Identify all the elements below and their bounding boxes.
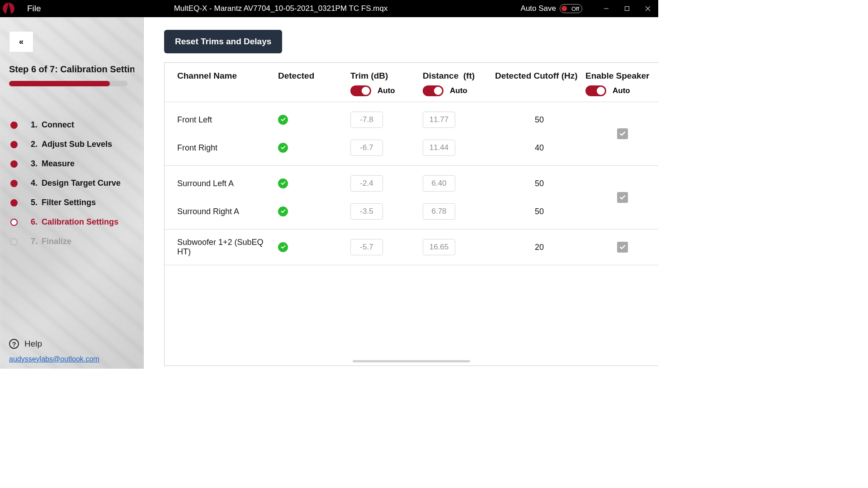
trim-input[interactable]: -5.7 <box>350 239 383 255</box>
cutoff-value: 40 <box>495 143 585 153</box>
trim-input[interactable]: -6.7 <box>350 140 383 156</box>
enable-speaker-checkbox[interactable] <box>617 242 628 253</box>
step-finalize[interactable]: 7. Finalize <box>9 232 134 251</box>
reset-trims-delays-button[interactable]: Reset Trims and Delays <box>164 30 282 53</box>
step-calibration-settings[interactable]: 6. Calibration Settings <box>9 212 134 232</box>
trim-input[interactable]: -2.4 <box>350 175 383 192</box>
step-filter-settings[interactable]: 5. Filter Settings <box>9 193 134 212</box>
detected-cell <box>278 242 350 253</box>
trim-cell: -3.5 <box>350 203 423 220</box>
step-label: Design Target Curve <box>42 178 121 188</box>
distance-cell: 6.40 <box>423 175 495 192</box>
step-label: Calibration Settings <box>42 217 118 227</box>
window-maximize-button[interactable] <box>617 0 637 17</box>
distance-auto-label: Auto <box>450 86 467 95</box>
step-label: Adjust Sub Levels <box>42 140 112 149</box>
enable-checkbox-holder <box>617 128 628 139</box>
window-title: MultEQ-X - Marantz AV7704_10-05-2021_032… <box>41 4 521 13</box>
step-measure[interactable]: 3. Measure <box>9 154 134 174</box>
distance-input[interactable]: 11.44 <box>423 140 455 156</box>
channel-group: Subwoofer 1+2 (SubEQ HT)-5.716.6520 <box>165 230 658 265</box>
table-row: Front Left-7.811.7750 <box>177 106 653 134</box>
trim-cell: -5.7 <box>350 239 423 255</box>
help-icon: ? <box>9 339 19 349</box>
distance-input[interactable]: 11.77 <box>423 112 455 128</box>
cutoff-value: 50 <box>495 207 585 216</box>
step-label: Finalize <box>42 237 71 246</box>
detected-cell <box>278 178 350 189</box>
detected-check-icon <box>278 242 288 252</box>
trim-cell: -6.7 <box>350 140 423 156</box>
step-header: Step 6 of 7: Calibration Settings <box>9 64 134 75</box>
support-email-link[interactable]: audysseylabs@outlook.com <box>9 355 134 363</box>
enable-auto-label: Auto <box>613 86 630 95</box>
header-channel-name: Channel Name <box>177 71 278 96</box>
autosave-group: Auto Save Off <box>521 4 582 13</box>
enable-speaker-checkbox[interactable] <box>617 128 628 139</box>
detected-check-icon <box>278 115 288 125</box>
detected-check-icon <box>278 206 288 216</box>
distance-cell: 16.65 <box>423 239 495 255</box>
table-row: Subwoofer 1+2 (SubEQ HT)-5.716.6520 <box>177 233 653 261</box>
trim-input[interactable]: -3.5 <box>350 203 383 220</box>
trim-input[interactable]: -7.8 <box>350 112 383 128</box>
channel-name: Subwoofer 1+2 (SubEQ HT) <box>177 238 278 257</box>
trim-cell: -2.4 <box>350 175 423 192</box>
window-close-button[interactable] <box>637 0 658 17</box>
distance-input[interactable]: 6.78 <box>423 203 455 220</box>
table-header-row: Channel Name Detected Trim (dB) Auto Dis… <box>165 63 658 102</box>
detected-check-icon <box>278 178 288 188</box>
distance-cell: 11.44 <box>423 140 495 156</box>
detected-cell <box>278 206 350 217</box>
step-design-target-curve[interactable]: 4. Design Target Curve <box>9 174 134 193</box>
horizontal-scrollbar[interactable] <box>353 360 470 362</box>
header-detected: Detected <box>278 71 350 96</box>
step-adjust-sub-levels[interactable]: 2. Adjust Sub Levels <box>9 135 134 154</box>
autosave-label: Auto Save <box>521 4 556 13</box>
progress-bar <box>9 81 127 86</box>
channel-group: Front Left-7.811.7750Front Right-6.711.4… <box>165 102 658 166</box>
cutoff-value: 50 <box>495 115 585 125</box>
titlebar: File MultEQ-X - Marantz AV7704_10-05-202… <box>0 0 658 17</box>
collapse-sidebar-button[interactable]: « <box>9 32 33 52</box>
main-panel: Reset Trims and Delays Channel Name Dete… <box>144 17 658 369</box>
step-label: Measure <box>42 159 75 169</box>
trim-auto-label: Auto <box>377 86 395 95</box>
autosave-state: Off <box>571 5 579 12</box>
file-menu[interactable]: File <box>27 4 41 14</box>
channel-group: Surround Left A-2.46.4050Surround Right … <box>165 166 658 230</box>
distance-input[interactable]: 6.40 <box>423 175 455 192</box>
sidebar: « Step 6 of 7: Calibration Settings 1. C… <box>0 17 144 369</box>
detected-cell <box>278 115 350 125</box>
header-distance: Distance (ft) <box>423 71 495 81</box>
distance-cell: 11.77 <box>423 112 495 128</box>
enable-checkbox-holder <box>617 192 628 203</box>
channel-name: Front Right <box>177 143 278 153</box>
chevron-left-double-icon: « <box>19 37 24 47</box>
channel-name: Surround Right A <box>177 207 278 216</box>
trim-auto-toggle[interactable] <box>350 85 371 96</box>
header-enable-speaker: Enable Speaker <box>585 71 653 81</box>
table-row: Front Right-6.711.4440 <box>177 134 653 162</box>
enable-checkbox-holder <box>617 242 628 253</box>
distance-input[interactable]: 16.65 <box>423 239 455 255</box>
detected-check-icon <box>278 143 288 153</box>
autosave-toggle[interactable]: Off <box>560 4 582 13</box>
cutoff-value: 20 <box>495 243 585 252</box>
table-row: Surround Left A-2.46.4050 <box>177 169 653 197</box>
progress-fill <box>9 81 110 86</box>
step-connect[interactable]: 1. Connect <box>9 115 134 135</box>
header-detected-cutoff: Detected Cutoff (Hz) <box>495 71 585 96</box>
step-label: Connect <box>42 120 74 130</box>
step-list: 1. Connect 2. Adjust Sub Levels 3. Measu… <box>9 115 134 251</box>
distance-cell: 6.78 <box>423 203 495 220</box>
table-row: Surround Right A-3.56.7850 <box>177 197 653 225</box>
help-button[interactable]: ? Help <box>9 339 134 349</box>
enable-auto-toggle[interactable] <box>585 85 606 96</box>
calibration-table: Channel Name Detected Trim (dB) Auto Dis… <box>164 62 658 366</box>
trim-cell: -7.8 <box>350 112 423 128</box>
detected-cell <box>278 143 350 153</box>
window-minimize-button[interactable] <box>596 0 617 17</box>
enable-speaker-checkbox[interactable] <box>617 192 628 203</box>
distance-auto-toggle[interactable] <box>423 85 443 96</box>
